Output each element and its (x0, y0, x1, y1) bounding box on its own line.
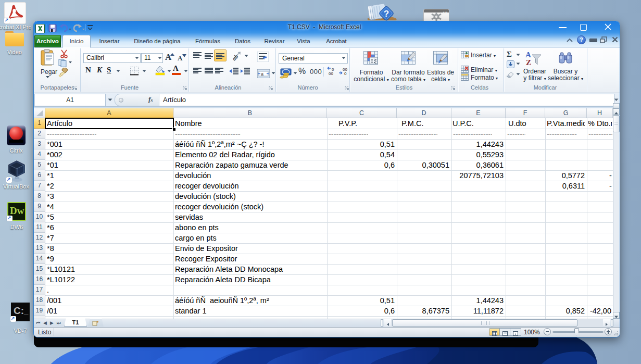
svg-text:00: 00 (329, 71, 333, 76)
svg-text:0: 0 (344, 71, 347, 76)
svg-text:Z: Z (526, 58, 531, 67)
svg-text:A: A (525, 51, 531, 59)
svg-text:a: a (261, 71, 263, 77)
svg-text:?: ? (384, 9, 389, 19)
